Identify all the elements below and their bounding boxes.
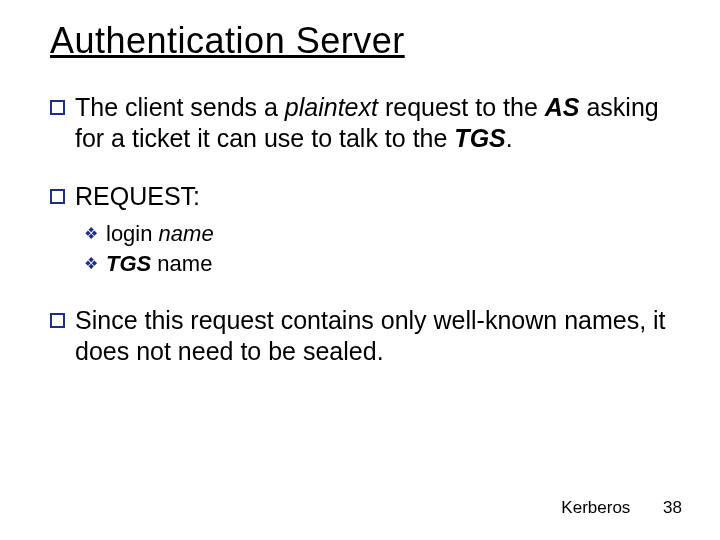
text-run: . — [506, 124, 513, 152]
text-run: request to the — [378, 93, 545, 121]
text-run-bold-italic: TGS — [454, 124, 505, 152]
text-run: REQUEST: — [75, 182, 200, 210]
sub-bullet-text: login name — [106, 220, 670, 249]
bullet-text: REQUEST: — [75, 181, 670, 212]
diamond-bullet-icon: ❖ — [84, 224, 98, 245]
page-number: 38 — [663, 498, 682, 518]
sub-bullet-text: TGS name — [106, 250, 670, 279]
bullet-item: The client sends a plaintext request to … — [50, 92, 670, 155]
square-bullet-icon — [50, 189, 65, 204]
text-run-bold-italic: AS — [545, 93, 580, 121]
slide-title: Authentication Server — [50, 20, 670, 62]
text-run: The client sends a — [75, 93, 285, 121]
square-bullet-icon — [50, 313, 65, 328]
sub-bullet-item: ❖ TGS name — [84, 250, 670, 279]
bullet-text: The client sends a plaintext request to … — [75, 92, 670, 155]
text-run: name — [151, 251, 212, 276]
bullet-item: REQUEST: — [50, 181, 670, 212]
diamond-bullet-icon: ❖ — [84, 254, 98, 275]
bullet-text: Since this request contains only well-kn… — [75, 305, 670, 368]
square-bullet-icon — [50, 100, 65, 115]
text-run: Since this request contains only well-kn… — [75, 306, 666, 365]
slide-footer: Kerberos 38 — [561, 498, 682, 518]
slide: Authentication Server The client sends a… — [0, 0, 720, 540]
footer-label: Kerberos — [561, 498, 630, 517]
text-run-italic: name — [159, 221, 214, 246]
sub-bullet-group: ❖ login name ❖ TGS name — [50, 220, 670, 279]
sub-bullet-item: ❖ login name — [84, 220, 670, 249]
text-run-italic: plaintext — [285, 93, 378, 121]
bullet-item: Since this request contains only well-kn… — [50, 305, 670, 368]
text-run: login — [106, 221, 159, 246]
text-run-bold-italic: TGS — [106, 251, 151, 276]
